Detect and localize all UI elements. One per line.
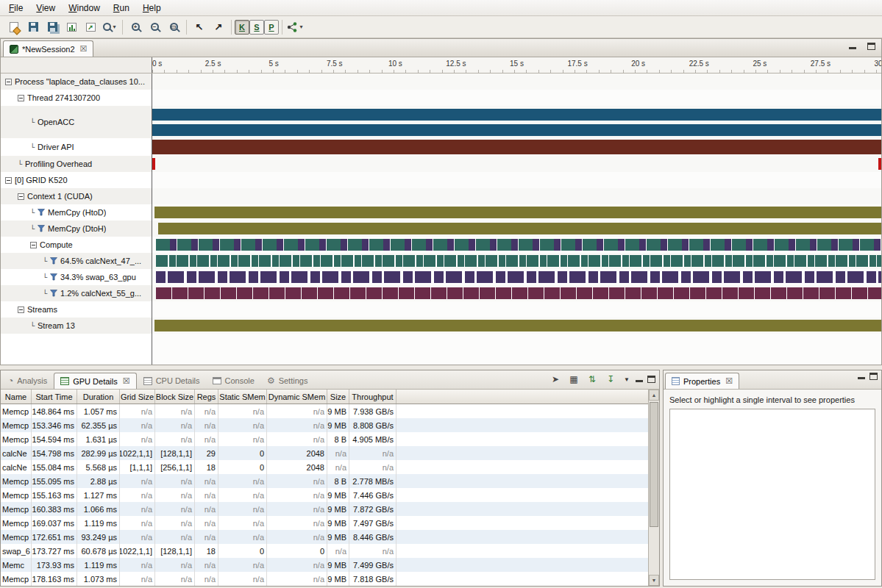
menu-view[interactable]: View xyxy=(30,1,61,15)
table-row[interactable]: Memc173.93 ms1.119 msn/an/an/an/an/a9 MB… xyxy=(1,558,648,572)
tab-console[interactable]: Console xyxy=(207,373,260,389)
timeline-interval-bar[interactable] xyxy=(152,124,881,136)
timeline-row-label[interactable]: └Driver API xyxy=(1,138,152,156)
save-all-button[interactable] xyxy=(43,18,62,36)
timeline-row-label[interactable]: └MemCpy (DtoH) xyxy=(1,220,152,237)
table-row[interactable]: Memcp154.594 ms1.631 µsn/an/an/an/an/a8 … xyxy=(1,432,648,446)
collapse-minus-icon[interactable] xyxy=(18,306,24,313)
table-scrollbar[interactable]: ▲ ▼ xyxy=(648,390,659,586)
collapse-minus-icon[interactable] xyxy=(18,95,24,101)
timeline-track[interactable] xyxy=(152,188,881,204)
collapse-minus-icon[interactable] xyxy=(5,177,12,184)
timeline-track[interactable] xyxy=(152,138,881,156)
timeline-row-label[interactable]: └34.3% swap_63_gpu xyxy=(1,269,152,285)
minimize-icon[interactable] xyxy=(849,43,857,50)
timeline-interval-bar[interactable] xyxy=(156,239,881,251)
filter-icon[interactable] xyxy=(38,209,45,216)
close-icon[interactable]: ☒ xyxy=(123,376,130,386)
zoom-fit-button[interactable]: ▭ xyxy=(164,18,183,36)
collapse-minus-icon[interactable] xyxy=(30,242,37,248)
timeline-track[interactable] xyxy=(152,318,881,334)
scrollbar-track[interactable] xyxy=(649,401,659,575)
table-row[interactable]: Memcp160.383 ms1.066 msn/an/an/an/an/a9 … xyxy=(1,502,648,516)
timeline-row-label[interactable]: Compute xyxy=(1,237,152,253)
timeline-interval-bar[interactable] xyxy=(156,255,881,267)
column-header[interactable]: Name xyxy=(1,390,32,404)
column-header[interactable]: Regs xyxy=(195,390,218,404)
timeline-track[interactable] xyxy=(152,301,881,318)
timeline-row-label[interactable]: └MemCpy (HtoD) xyxy=(1,204,152,220)
table-row[interactable]: Memcp153.346 ms62.355 µsn/an/an/an/an/a9… xyxy=(1,418,648,432)
timeline-row-label[interactable]: Streams xyxy=(1,301,152,318)
tab-gpu-details[interactable]: GPU Details ☒ xyxy=(54,373,136,389)
collapse-minus-icon[interactable] xyxy=(5,79,12,85)
overhead-tick-bar[interactable] xyxy=(878,158,881,170)
timeline-row-label[interactable]: Thread 2741307200 xyxy=(1,90,152,106)
export-table-button[interactable]: ↧ xyxy=(603,373,618,386)
scrollbar-thumb[interactable] xyxy=(650,402,658,527)
view-menu-button[interactable]: ▼ xyxy=(622,373,632,386)
table-row[interactable]: swap_6173.727 ms60.678 µs[1022,1,1][128,… xyxy=(1,544,648,558)
timeline-row-label[interactable]: └64.5% calcNext_47_... xyxy=(1,253,152,269)
timeline-interval-bar[interactable] xyxy=(156,271,881,283)
timeline-interval-bar[interactable] xyxy=(154,207,881,218)
highlight-processes-button[interactable]: P xyxy=(264,20,279,35)
group-view-button[interactable]: ▦ xyxy=(566,373,581,386)
table-row[interactable]: Memcp155.095 ms2.88 µsn/an/an/an/an/a8 B… xyxy=(1,474,648,488)
timeline-row-label[interactable]: [0] GRID K520 xyxy=(1,172,152,188)
timeline-track[interactable] xyxy=(152,156,881,172)
prev-marker-button[interactable]: ↖ xyxy=(190,18,209,36)
filter-icon[interactable] xyxy=(50,273,57,281)
timeline-track[interactable] xyxy=(152,204,881,220)
timeline-track[interactable] xyxy=(152,285,881,301)
select-tool-button[interactable]: ➤ xyxy=(548,373,563,386)
sync-button[interactable]: ⇅ xyxy=(585,373,600,386)
report-button[interactable] xyxy=(62,18,81,36)
timeline-track[interactable] xyxy=(152,90,881,106)
menu-window[interactable]: Window xyxy=(63,1,106,15)
save-button[interactable] xyxy=(24,18,43,36)
timeline-interval-bar[interactable] xyxy=(154,320,881,331)
tab-session[interactable]: *NewSession2 ☒ xyxy=(3,40,93,57)
table-row[interactable]: Memcp169.037 ms1.119 msn/an/an/an/an/a9 … xyxy=(1,516,648,530)
maximize-icon[interactable] xyxy=(647,376,655,383)
filter-icon[interactable] xyxy=(50,257,57,265)
timeline-row-label[interactable]: └Stream 13 xyxy=(1,318,152,334)
export-button[interactable]: ➚ xyxy=(81,18,100,36)
column-header[interactable]: Start Time xyxy=(32,390,77,404)
timeline-interval-bar[interactable] xyxy=(156,287,881,299)
next-marker-button[interactable]: ↗ xyxy=(209,18,228,36)
close-icon[interactable]: ☒ xyxy=(725,376,733,386)
timeline-row-label[interactable]: Context 1 (CUDA) xyxy=(1,188,152,204)
table-row[interactable]: calcNe155.084 ms5.568 µs[1,1,1][256,1,1]… xyxy=(1,460,648,474)
tab-cpu-details[interactable]: CPU Details xyxy=(138,373,206,389)
minimize-icon[interactable] xyxy=(636,376,644,383)
tab-settings[interactable]: ⚙ Settings xyxy=(261,373,314,389)
filter-icon[interactable] xyxy=(50,290,57,297)
filter-icon[interactable] xyxy=(38,225,45,232)
new-session-button[interactable] xyxy=(4,18,24,36)
table-row[interactable]: Memcp172.651 ms93.249 µsn/an/an/an/an/a9… xyxy=(1,530,648,544)
zoom-in-button[interactable]: + xyxy=(126,18,145,36)
analysis-menu-button[interactable]: ▾ xyxy=(285,18,305,36)
collapse-minus-icon[interactable] xyxy=(18,193,24,200)
close-icon[interactable]: ☒ xyxy=(80,44,88,54)
column-header[interactable]: Throughput xyxy=(349,390,396,404)
table-row[interactable]: Memcp178.163 ms1.073 msn/an/an/an/an/a9 … xyxy=(1,572,648,586)
timeline-track[interactable] xyxy=(152,106,881,138)
timeline-row-label[interactable]: Process "laplace_data_clauses 10... xyxy=(1,74,152,90)
overhead-tick-bar[interactable] xyxy=(152,158,155,170)
table-row[interactable]: Memcp148.864 ms1.057 msn/an/an/an/an/a9 … xyxy=(1,404,648,418)
table-row[interactable]: calcNe154.798 ms282.99 µs[1022,1,1][128,… xyxy=(1,446,648,460)
timeline-row-label[interactable]: └OpenACC xyxy=(1,106,152,138)
timeline-row-label[interactable]: └Profiling Overhead xyxy=(1,156,152,172)
maximize-icon[interactable] xyxy=(867,43,875,50)
timeline-interval-bar[interactable] xyxy=(152,140,881,154)
menu-run[interactable]: Run xyxy=(107,1,135,15)
column-header[interactable]: Grid Size xyxy=(120,390,155,404)
tab-analysis[interactable]: ◔ Analysis xyxy=(2,373,53,389)
column-header[interactable]: Block Size xyxy=(155,390,195,404)
timeline-interval-bar[interactable] xyxy=(158,223,881,234)
timeline-track[interactable] xyxy=(152,220,881,237)
timeline-row-label[interactable]: └1.2% calcNext_55_g... xyxy=(1,285,152,301)
